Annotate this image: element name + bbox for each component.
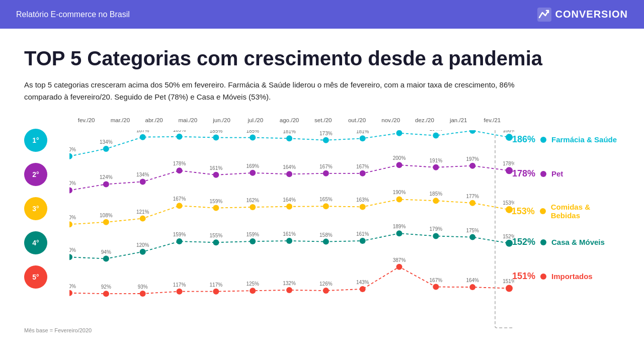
- svg-text:155%: 155%: [210, 233, 223, 238]
- legend-percentage: 151%: [509, 271, 535, 282]
- svg-text:164%: 164%: [466, 278, 479, 283]
- svg-text:200%: 200%: [393, 155, 406, 161]
- month-label: mar./20: [103, 117, 137, 123]
- rank-badge: 4°: [24, 231, 47, 254]
- svg-point-9: [213, 135, 219, 141]
- legend-dot: [540, 171, 546, 177]
- svg-point-73: [433, 198, 439, 204]
- svg-text:100%: 100%: [69, 284, 76, 289]
- svg-point-117: [286, 287, 292, 293]
- svg-point-83: [140, 249, 146, 255]
- svg-point-109: [140, 291, 146, 297]
- svg-point-5: [140, 134, 146, 140]
- svg-point-45: [396, 162, 403, 168]
- svg-text:165%: 165%: [319, 197, 333, 202]
- svg-text:197%: 197%: [466, 156, 479, 162]
- svg-text:177%: 177%: [466, 194, 479, 199]
- month-label: nov./20: [374, 117, 408, 123]
- svg-point-21: [433, 133, 439, 139]
- svg-point-119: [323, 288, 329, 294]
- svg-point-55: [103, 219, 109, 225]
- svg-point-7: [177, 134, 183, 140]
- svg-text:108%: 108%: [100, 213, 113, 218]
- legend-item: 151%Importados: [509, 271, 593, 282]
- svg-text:93%: 93%: [138, 284, 148, 290]
- svg-text:181%: 181%: [283, 130, 296, 134]
- svg-text:187%: 187%: [136, 130, 149, 133]
- svg-point-67: [323, 203, 329, 209]
- svg-point-65: [286, 204, 292, 210]
- svg-point-49: [469, 163, 475, 169]
- month-label: fev./20: [69, 117, 103, 123]
- svg-point-47: [433, 164, 439, 170]
- svg-text:189%: 189%: [393, 224, 406, 229]
- svg-point-71: [396, 196, 403, 202]
- svg-text:117%: 117%: [210, 282, 223, 288]
- svg-point-23: [469, 130, 475, 134]
- month-label: abr./20: [137, 117, 171, 123]
- legend-dot: [540, 239, 546, 245]
- conversion-logo-icon: [537, 8, 551, 22]
- svg-point-69: [360, 204, 366, 210]
- main-content: TOP 5 Categorias com crescimento desde a…: [0, 29, 644, 343]
- chart-area: fev./20mar./20abr./20mai./20jun./20jul./…: [24, 117, 620, 323]
- svg-point-107: [103, 291, 109, 297]
- month-label: dez./20: [408, 117, 441, 123]
- legend-category-name: Importados: [551, 272, 593, 281]
- legend-category-name: Pet: [551, 169, 563, 178]
- svg-point-11: [250, 135, 256, 141]
- svg-text:126%: 126%: [319, 281, 333, 287]
- svg-point-125: [433, 284, 439, 290]
- month-label: fev./21: [475, 117, 509, 123]
- chart-svg: 100%134%187%189%185%185%181%173%181%205%…: [69, 130, 514, 331]
- svg-point-19: [396, 130, 403, 136]
- svg-point-115: [250, 288, 256, 294]
- svg-point-75: [469, 200, 475, 206]
- svg-text:185%: 185%: [246, 130, 259, 134]
- svg-text:163%: 163%: [356, 197, 369, 203]
- svg-text:100%: 100%: [69, 215, 76, 220]
- svg-text:185%: 185%: [430, 191, 443, 197]
- svg-text:164%: 164%: [283, 197, 296, 203]
- legend-percentage: 178%: [509, 168, 535, 179]
- svg-point-61: [213, 205, 219, 211]
- svg-text:169%: 169%: [246, 163, 259, 169]
- svg-point-87: [213, 239, 219, 245]
- svg-text:121%: 121%: [136, 209, 149, 215]
- svg-text:100%: 100%: [69, 180, 76, 186]
- svg-point-113: [213, 289, 219, 295]
- svg-point-57: [140, 216, 146, 222]
- svg-text:159%: 159%: [210, 199, 223, 204]
- brand-name: CONVERSION: [555, 9, 628, 20]
- svg-point-35: [213, 172, 219, 178]
- svg-point-121: [360, 286, 366, 292]
- legend-percentage: 186%: [509, 134, 535, 145]
- svg-text:161%: 161%: [283, 231, 296, 237]
- svg-text:134%: 134%: [100, 139, 113, 145]
- svg-text:132%: 132%: [283, 281, 296, 286]
- svg-point-81: [103, 256, 109, 262]
- svg-text:159%: 159%: [173, 232, 186, 237]
- svg-text:100%: 100%: [69, 147, 76, 152]
- svg-text:161%: 161%: [356, 231, 369, 237]
- svg-point-91: [286, 238, 292, 244]
- svg-point-123: [396, 264, 403, 270]
- svg-text:158%: 158%: [319, 232, 333, 238]
- svg-text:162%: 162%: [246, 198, 259, 203]
- legend-item: 186%Farmácia & Saúde: [509, 134, 617, 145]
- rank-badge: 3°: [24, 197, 47, 220]
- header-logo: CONVERSION: [537, 8, 628, 22]
- header-title: Relatório E-commerce no Brasil: [16, 10, 130, 19]
- svg-point-95: [360, 238, 366, 244]
- svg-point-105: [69, 290, 72, 296]
- month-label: ago./20: [272, 117, 306, 123]
- svg-text:189%: 189%: [173, 130, 186, 133]
- svg-text:100%: 100%: [69, 247, 76, 253]
- svg-point-39: [286, 171, 292, 177]
- svg-point-37: [250, 170, 256, 176]
- svg-text:92%: 92%: [101, 284, 111, 290]
- svg-text:161%: 161%: [210, 165, 223, 171]
- svg-text:125%: 125%: [246, 281, 259, 287]
- svg-point-33: [177, 167, 183, 173]
- month-label: mai./20: [171, 117, 205, 123]
